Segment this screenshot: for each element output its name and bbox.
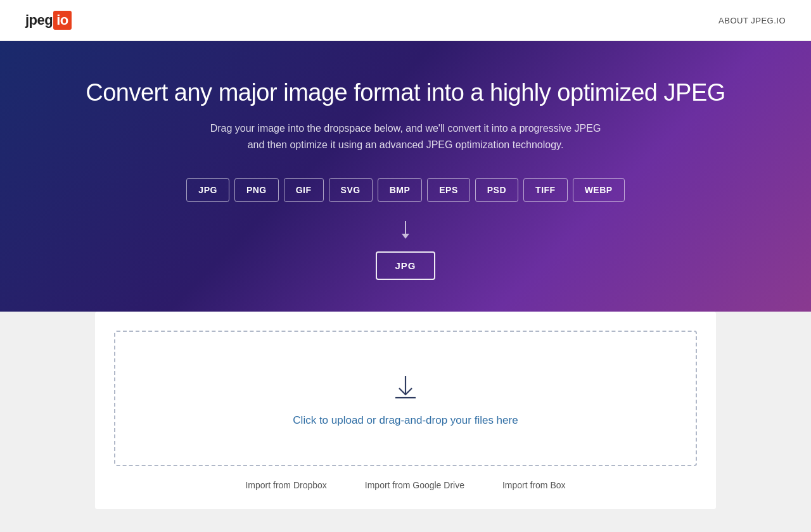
format-badge-svg[interactable]: SVG <box>329 178 373 202</box>
input-format-row: JPG PNG GIF SVG BMP EPS PSD TIFF WEBP <box>13 178 798 202</box>
hero-section: Convert any major image format into a hi… <box>0 41 811 324</box>
hero-subtitle-line1: Drag your image into the dropspace below… <box>210 123 601 134</box>
upload-icon <box>389 370 422 403</box>
arrow-head <box>402 234 409 239</box>
format-badge-bmp[interactable]: BMP <box>378 178 423 202</box>
format-badge-png[interactable]: PNG <box>234 178 279 202</box>
logo-text: jpeg <box>25 12 53 28</box>
import-links: Import from Dropbox Import from Google D… <box>114 480 697 490</box>
format-badge-tiff[interactable]: TIFF <box>523 178 568 202</box>
format-badge-gif[interactable]: GIF <box>284 178 324 202</box>
output-badge: JPG <box>376 251 435 280</box>
format-badge-webp[interactable]: WEBP <box>573 178 625 202</box>
header: jpegio ABOUT JPEG.IO <box>0 0 811 41</box>
format-badge-eps[interactable]: EPS <box>427 178 470 202</box>
logo: jpegio <box>25 11 72 30</box>
import-box-link[interactable]: Import from Box <box>502 480 566 490</box>
drop-zone[interactable]: Click to upload or drag-and-drop your fi… <box>114 331 697 466</box>
hero-title: Convert any major image format into a hi… <box>13 79 798 106</box>
arrow-line <box>405 221 406 234</box>
conversion-arrow-area <box>13 221 798 239</box>
import-dropbox-link[interactable]: Import from Dropbox <box>245 480 326 490</box>
hero-subtitle-line2: and then optimize it using an advanced J… <box>248 139 564 150</box>
format-badge-psd[interactable]: PSD <box>475 178 518 202</box>
drop-zone-text: Click to upload or drag-and-drop your fi… <box>293 414 518 427</box>
hero-subtitle: Drag your image into the dropspace below… <box>13 120 798 153</box>
about-link[interactable]: ABOUT JPEG.IO <box>718 16 786 25</box>
import-google-drive-link[interactable]: Import from Google Drive <box>365 480 464 490</box>
drop-container: Click to upload or drag-and-drop your fi… <box>95 312 716 509</box>
logo-highlight: io <box>53 11 72 30</box>
format-badge-jpg[interactable]: JPG <box>186 178 229 202</box>
